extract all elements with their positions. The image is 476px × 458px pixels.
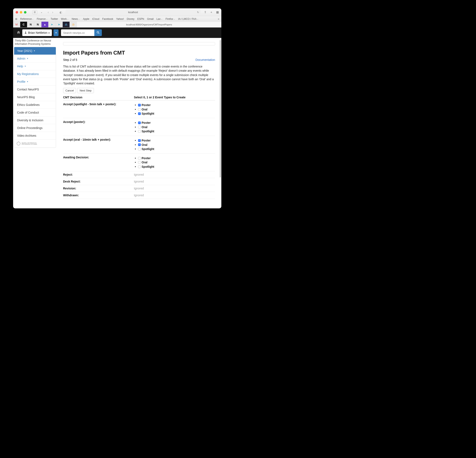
bookmark-item[interactable]: News⌄	[72, 17, 80, 20]
titlebar: ☰ ⌄ ‹ › ◐ localhost ↻ ⇪ ＋ ▦	[13, 8, 221, 16]
event-checkbox[interactable]	[138, 161, 141, 164]
user-dropdown-button[interactable]: ▼	[53, 29, 59, 36]
tab-favicon-send[interactable]: ➤	[56, 22, 63, 27]
sidebar-item[interactable]: Diversity & Inclusion	[14, 116, 56, 124]
event-checkbox[interactable]	[138, 112, 141, 115]
decision-label: Accept (oral - 10min talk + poster):	[63, 138, 134, 151]
event-label: Oral	[142, 125, 147, 129]
bookmark-item[interactable]: Firefox⌄	[166, 17, 175, 20]
minimize-window-button[interactable]	[20, 11, 22, 14]
app-topnav: Brian Nettleton » ▼	[13, 27, 221, 38]
bookmark-item[interactable]: Work⌄	[61, 17, 69, 20]
event-checkbox[interactable]	[138, 139, 141, 142]
ignored-row: Revision:Ignored	[63, 185, 215, 192]
bookmark-item[interactable]: Yahoo!	[116, 17, 124, 20]
bookmark-item[interactable]: ESPN	[137, 17, 144, 20]
event-checkbox[interactable]	[138, 126, 141, 128]
user-menu[interactable]: Brian Nettleton »	[22, 29, 52, 36]
event-option: Poster	[138, 121, 215, 124]
sidebar-toggle-button[interactable]: ☰	[32, 10, 37, 14]
ignored-value: Ignored	[134, 187, 144, 190]
bookmark-item[interactable]: Reference⌄	[20, 17, 34, 20]
bookmark-item[interactable]: Twitter	[51, 17, 58, 20]
tabs-overview-icon[interactable]: ▦	[216, 10, 219, 14]
reload-icon[interactable]: ↻	[197, 11, 199, 14]
event-option: Spotlight	[138, 147, 215, 151]
event-checkbox[interactable]	[138, 148, 141, 150]
event-label: Oral	[142, 161, 147, 164]
event-checkbox[interactable]	[138, 104, 141, 106]
home-icon[interactable]	[17, 30, 21, 35]
bookmark-item[interactable]: Gmail	[147, 17, 153, 20]
cancel-button[interactable]: Cancel	[63, 88, 76, 93]
forward-button[interactable]: ›	[51, 10, 54, 14]
sidebar-item[interactable]: Help▼	[14, 62, 56, 70]
tab-favicon-send[interactable]: ➤	[49, 22, 56, 27]
sidebar-item[interactable]: Code of Conduct	[14, 109, 56, 116]
bookmark-item[interactable]: Facebook	[102, 17, 113, 20]
new-tab-icon[interactable]: ＋	[210, 10, 213, 14]
tab-favicon-notion[interactable]: N	[34, 22, 42, 27]
close-window-button[interactable]	[16, 11, 18, 14]
sidebar-item[interactable]: Ethics Guidelines	[14, 101, 56, 109]
bookmark-item[interactable]: Finance⌄	[37, 17, 48, 20]
search-input[interactable]	[61, 29, 94, 36]
tab-favicon[interactable]: ⁂	[63, 22, 70, 27]
event-option: Oral	[138, 108, 215, 111]
address-bar[interactable]: localhost ↻	[65, 10, 201, 15]
sidebar-item-label: Video Archives	[17, 134, 36, 137]
user-icon	[24, 31, 27, 35]
share-icon[interactable]: ⇪	[204, 10, 207, 14]
next-step-button[interactable]: Next Step	[77, 88, 94, 93]
tab-favicon-clock[interactable]: ◷	[70, 22, 77, 27]
sidebar-item[interactable]: Contact NeurIPS	[14, 86, 56, 93]
sidebar-item[interactable]: Year (2021)▼	[14, 47, 56, 55]
bookmark-item[interactable]: Lax⌄	[157, 17, 163, 20]
active-tab[interactable]: localhost:8000/Organizers/CMTImportPaper…	[77, 22, 221, 27]
bookmark-item[interactable]: Apple	[83, 17, 89, 20]
conference-name: Thirty-fifth Conference on Neural Inform…	[14, 39, 56, 47]
address-text: localhost	[128, 11, 138, 14]
breadcrumb-placeholder	[63, 42, 215, 45]
ignored-row: Reject:Ignored	[63, 171, 215, 178]
sidebar-item-label: My Registrations	[17, 72, 39, 76]
back-button[interactable]: ‹	[46, 10, 50, 14]
svg-point-0	[25, 32, 26, 33]
tab-favicon-notion[interactable]: N	[27, 22, 34, 27]
event-label: Poster	[142, 156, 151, 160]
tab-group-dropdown[interactable]: ⌄	[39, 10, 44, 14]
bookmark-item[interactable]: Disney	[127, 17, 135, 20]
sidebar-item[interactable]: Video Archives	[14, 132, 56, 140]
sidebar-item[interactable]: Profile▼	[14, 78, 56, 86]
event-checkbox[interactable]	[138, 157, 141, 160]
maximize-window-button[interactable]	[24, 11, 26, 14]
bookmarks-overflow-icon[interactable]: »	[218, 17, 219, 20]
step-indicator: Step 2 of 5	[63, 58, 77, 61]
bookmark-item[interactable]: iCloud	[92, 17, 99, 20]
sidebar-item[interactable]: My Registrations	[14, 70, 56, 78]
event-checkbox[interactable]	[138, 143, 141, 146]
event-option: Poster	[138, 156, 215, 160]
event-checkbox[interactable]	[138, 165, 141, 168]
event-option: Spotlight	[138, 130, 215, 133]
event-checkbox[interactable]	[138, 130, 141, 133]
sidebar-item[interactable]: NeurIPS Blog	[14, 93, 56, 101]
sidebar-item[interactable]: Admin▼	[14, 55, 56, 62]
tab-favicon[interactable]: ▲	[42, 22, 49, 27]
page-content: Brian Nettleton » ▼ Thirty-fifth Confere…	[13, 27, 221, 208]
event-checkbox[interactable]	[138, 121, 141, 124]
privacy-shield-icon[interactable]: ◐	[60, 11, 62, 14]
search-button[interactable]	[94, 29, 102, 36]
tab-favicon-gmail[interactable]: M	[13, 22, 20, 27]
decision-label: Awaiting Decision:	[63, 156, 134, 169]
apps-grid-icon[interactable]: ⊞	[15, 17, 17, 20]
tab-favicon[interactable]: C	[20, 22, 27, 27]
scrollbar[interactable]	[220, 40, 221, 198]
sidebar-item-label: Code of Conduct	[17, 111, 39, 114]
documentation-link[interactable]: Documentation	[196, 58, 215, 61]
event-checkbox[interactable]	[138, 108, 141, 111]
bookmark-item[interactable]: IA / LMCO / FAA⌄	[178, 17, 199, 20]
ignored-label: Withdrawn:	[63, 194, 134, 197]
sidebar-item-label: Online Proceedings	[17, 126, 42, 130]
sidebar-item[interactable]: Online Proceedings	[14, 124, 56, 132]
